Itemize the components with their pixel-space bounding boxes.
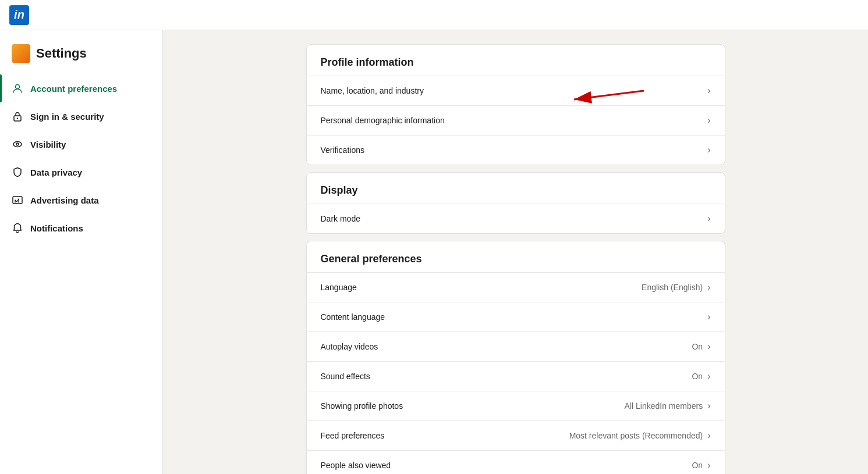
personal-demographic-right: › bbox=[707, 115, 710, 126]
personal-demographic-row[interactable]: Personal demographic information › bbox=[307, 105, 725, 135]
chevron-right-icon-4: › bbox=[707, 213, 710, 224]
eye-icon bbox=[12, 138, 23, 150]
svg-point-4 bbox=[16, 143, 19, 145]
people-also-viewed-value: On bbox=[692, 461, 703, 470]
feed-preferences-label: Feed preferences bbox=[321, 431, 385, 440]
profile-information-title: Profile information bbox=[307, 45, 725, 76]
sidebar-item-visibility[interactable]: Visibility bbox=[0, 130, 162, 158]
settings-panel: Profile information Name, location, and … bbox=[306, 44, 725, 474]
content-language-row[interactable]: Content language › bbox=[307, 302, 725, 332]
showing-profile-photos-value: All LinkedIn members bbox=[625, 401, 703, 411]
verifications-label: Verifications bbox=[321, 145, 364, 155]
feed-preferences-row[interactable]: Feed preferences Most relevant posts (Re… bbox=[307, 420, 725, 450]
language-label: Language bbox=[321, 283, 357, 292]
verifications-right: › bbox=[707, 145, 710, 155]
feed-preferences-right: Most relevant posts (Recommended) › bbox=[569, 430, 711, 441]
sidebar: Settings Account preferences bbox=[0, 30, 163, 474]
content-language-right: › bbox=[707, 312, 710, 322]
sound-effects-label: Sound effects bbox=[321, 372, 370, 381]
svg-point-0 bbox=[16, 85, 20, 89]
chevron-right-icon-3: › bbox=[707, 145, 710, 155]
content-area: Profile information Name, location, and … bbox=[163, 30, 868, 474]
sidebar-item-label-sign-in-security: Sign in & security bbox=[30, 112, 104, 122]
sidebar-item-label-data-privacy: Data privacy bbox=[30, 167, 82, 177]
chevron-right-icon-10: › bbox=[707, 430, 710, 441]
showing-profile-photos-right: All LinkedIn members › bbox=[625, 401, 711, 411]
svg-rect-5 bbox=[13, 197, 22, 204]
autoplay-videos-value: On bbox=[692, 342, 703, 351]
people-also-viewed-label: People also viewed bbox=[321, 461, 391, 470]
autoplay-videos-row[interactable]: Autoplay videos On › bbox=[307, 332, 725, 361]
sidebar-heading: Settings bbox=[36, 46, 87, 61]
chevron-right-icon-6: › bbox=[707, 312, 710, 322]
chevron-right-icon-9: › bbox=[707, 401, 710, 411]
linkedin-logo[interactable]: in bbox=[9, 5, 29, 25]
sidebar-item-notifications[interactable]: Notifications bbox=[0, 214, 162, 242]
sidebar-item-label-visibility: Visibility bbox=[30, 140, 66, 149]
feed-preferences-value: Most relevant posts (Recommended) bbox=[569, 431, 703, 440]
name-location-industry-label: Name, location, and industry bbox=[321, 86, 424, 95]
people-also-viewed-row[interactable]: People also viewed On › bbox=[307, 450, 725, 474]
sound-effects-row[interactable]: Sound effects On › bbox=[307, 361, 725, 391]
main-layout: Settings Account preferences bbox=[0, 30, 868, 474]
general-preferences-title: General preferences bbox=[307, 241, 725, 272]
name-location-industry-row[interactable]: Name, location, and industry › bbox=[307, 76, 725, 105]
dark-mode-right: › bbox=[707, 213, 710, 224]
display-title: Display bbox=[307, 173, 725, 204]
chevron-right-icon: › bbox=[707, 85, 710, 96]
people-also-viewed-right: On › bbox=[692, 460, 710, 471]
sidebar-item-label-advertising-data: Advertising data bbox=[30, 195, 99, 205]
dark-mode-label: Dark mode bbox=[321, 214, 360, 223]
svg-point-2 bbox=[17, 117, 18, 119]
autoplay-videos-label: Autoplay videos bbox=[321, 342, 378, 351]
ad-icon bbox=[12, 194, 23, 206]
top-bar: in bbox=[0, 0, 868, 30]
svg-point-3 bbox=[13, 142, 22, 147]
verifications-row[interactable]: Verifications › bbox=[307, 135, 725, 165]
language-value: English (English) bbox=[642, 283, 703, 292]
sidebar-item-account-preferences[interactable]: Account preferences bbox=[0, 74, 162, 102]
showing-profile-photos-row[interactable]: Showing profile photos All LinkedIn memb… bbox=[307, 391, 725, 420]
chevron-right-icon-11: › bbox=[707, 460, 710, 471]
general-preferences-section: General preferences Language English (En… bbox=[306, 241, 725, 474]
name-location-industry-right: › bbox=[707, 85, 710, 96]
sidebar-item-data-privacy[interactable]: Data privacy bbox=[0, 158, 162, 186]
user-avatar bbox=[12, 44, 30, 63]
content-language-label: Content language bbox=[321, 312, 385, 322]
chevron-right-icon-7: › bbox=[707, 341, 710, 352]
autoplay-videos-right: On › bbox=[692, 341, 710, 352]
showing-profile-photos-label: Showing profile photos bbox=[321, 401, 403, 411]
lock-icon bbox=[12, 111, 23, 122]
chevron-right-icon-5: › bbox=[707, 282, 710, 293]
language-right: English (English) › bbox=[642, 282, 710, 293]
dark-mode-row[interactable]: Dark mode › bbox=[307, 204, 725, 233]
bell-icon bbox=[12, 222, 23, 234]
person-circle-icon bbox=[12, 83, 23, 94]
sound-effects-right: On › bbox=[692, 371, 710, 382]
sidebar-item-sign-in-security[interactable]: Sign in & security bbox=[0, 102, 162, 130]
shield-icon bbox=[12, 166, 23, 178]
sidebar-item-advertising-data[interactable]: Advertising data bbox=[0, 186, 162, 214]
chevron-right-icon-8: › bbox=[707, 371, 710, 382]
sidebar-nav: Account preferences Sign in & security bbox=[0, 74, 162, 242]
sidebar-item-label-account-preferences: Account preferences bbox=[30, 84, 117, 94]
sidebar-item-label-notifications: Notifications bbox=[30, 223, 83, 233]
profile-information-section: Profile information Name, location, and … bbox=[306, 44, 725, 165]
personal-demographic-label: Personal demographic information bbox=[321, 116, 445, 125]
sound-effects-value: On bbox=[692, 372, 703, 381]
display-section: Display Dark mode › bbox=[306, 172, 725, 234]
chevron-right-icon-2: › bbox=[707, 115, 710, 126]
language-row[interactable]: Language English (English) › bbox=[307, 272, 725, 302]
sidebar-title: Settings bbox=[0, 44, 162, 74]
